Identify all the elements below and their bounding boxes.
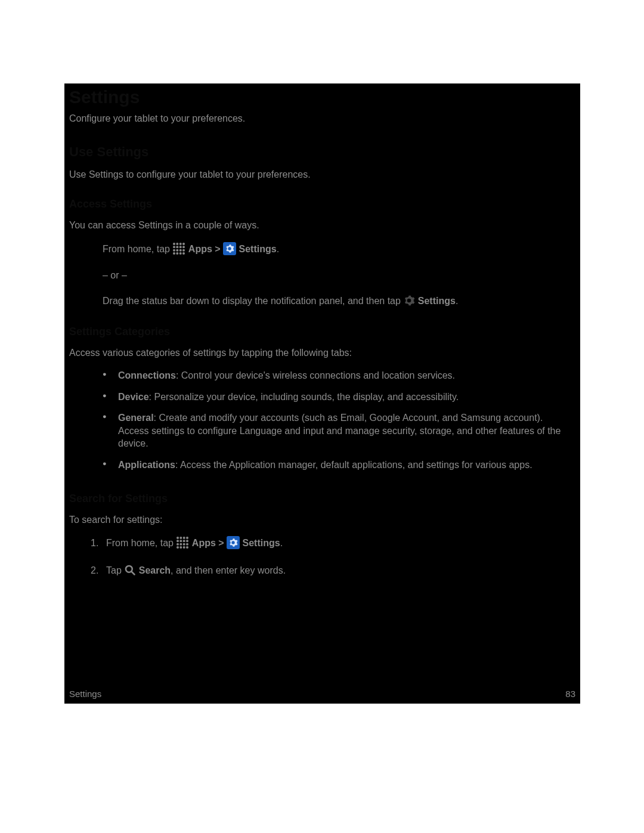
svg-point-21 bbox=[177, 540, 179, 542]
search-icon bbox=[124, 564, 136, 576]
svg-point-6 bbox=[179, 246, 182, 248]
svg-point-2 bbox=[179, 243, 182, 245]
section-categories-heading: Settings Categories bbox=[69, 326, 575, 338]
search-text: To search for settings: bbox=[69, 513, 575, 527]
section-use-settings-heading: Use Settings bbox=[69, 144, 575, 160]
apps-label: Apps bbox=[192, 538, 216, 548]
intro-text: Configure your tablet to your preference… bbox=[69, 113, 575, 124]
section-search-heading: Search for Settings bbox=[69, 493, 575, 505]
category-term: Device bbox=[118, 392, 149, 402]
svg-point-24 bbox=[186, 540, 188, 542]
page-content: Settings Configure your tablet to your p… bbox=[64, 83, 580, 577]
svg-point-18 bbox=[180, 537, 182, 539]
svg-point-7 bbox=[182, 246, 185, 248]
settings-label-3: Settings bbox=[243, 538, 280, 548]
category-item: General: Create and modify your accounts… bbox=[103, 411, 575, 450]
svg-point-10 bbox=[179, 249, 182, 252]
svg-point-29 bbox=[177, 546, 179, 549]
category-item: Applications: Access the Application man… bbox=[103, 459, 575, 472]
svg-point-8 bbox=[173, 249, 175, 252]
svg-point-19 bbox=[183, 537, 185, 539]
settings-gear-icon bbox=[227, 536, 240, 549]
category-term: Connections bbox=[118, 370, 176, 380]
svg-point-15 bbox=[182, 252, 185, 255]
svg-point-9 bbox=[177, 249, 179, 252]
step1-prefix: From home, tap bbox=[103, 244, 172, 254]
gear-icon bbox=[403, 295, 415, 306]
section-access-settings-heading: Access Settings bbox=[69, 198, 575, 210]
access-step-1: From home, tap Apps > bbox=[103, 242, 575, 256]
document-page: Settings Configure your tablet to your p… bbox=[64, 83, 580, 704]
svg-point-3 bbox=[182, 243, 185, 245]
svg-point-28 bbox=[186, 543, 188, 546]
access-settings-steps: From home, tap Apps > bbox=[103, 242, 575, 308]
settings-label-2: Settings bbox=[418, 296, 456, 306]
category-term: General bbox=[118, 413, 154, 423]
svg-point-13 bbox=[177, 252, 179, 255]
svg-point-23 bbox=[183, 540, 185, 542]
use-settings-text: Use Settings to configure your tablet to… bbox=[69, 168, 575, 181]
category-item: Connections: Control your device's wirel… bbox=[103, 369, 575, 382]
svg-point-17 bbox=[177, 537, 179, 539]
apps-label: Apps bbox=[188, 244, 212, 254]
search-label: Search bbox=[139, 565, 171, 575]
period-3: . bbox=[280, 538, 283, 548]
period-1: . bbox=[277, 244, 279, 254]
category-desc: : Personalize your device, including sou… bbox=[149, 392, 459, 402]
apps-grid-icon bbox=[176, 536, 189, 549]
svg-point-5 bbox=[177, 246, 179, 248]
period-2: . bbox=[456, 296, 458, 306]
footer-left: Settings bbox=[69, 689, 101, 699]
svg-point-1 bbox=[177, 243, 179, 245]
search-step-1: From home, tap Apps > bbox=[91, 536, 575, 550]
apps-grid-icon bbox=[172, 242, 185, 255]
svg-point-20 bbox=[186, 537, 188, 539]
svg-point-31 bbox=[183, 546, 185, 549]
search-step1-prefix: From home, tap bbox=[106, 538, 176, 548]
svg-point-12 bbox=[173, 252, 175, 255]
or-separator: – or – bbox=[103, 268, 575, 282]
gt-sep-1: > bbox=[215, 244, 223, 254]
svg-point-25 bbox=[177, 543, 179, 546]
category-item: Device: Personalize your device, includi… bbox=[103, 391, 575, 404]
category-desc: : Access the Application manager, defaul… bbox=[175, 460, 532, 470]
footer-page-number: 83 bbox=[565, 689, 575, 699]
category-desc: : Control your device's wireless connect… bbox=[176, 370, 455, 380]
category-term: Applications bbox=[118, 460, 175, 470]
svg-point-26 bbox=[180, 543, 182, 546]
settings-gear-icon bbox=[223, 242, 236, 255]
svg-point-14 bbox=[179, 252, 182, 255]
categories-text: Access various categories of settings by… bbox=[69, 346, 575, 360]
page-footer: Settings 83 bbox=[69, 689, 575, 699]
access-step-2: Drag the status bar down to display the … bbox=[103, 294, 575, 308]
svg-point-22 bbox=[180, 540, 182, 542]
search-steps: From home, tap Apps > bbox=[91, 536, 575, 577]
settings-label-1: Settings bbox=[239, 244, 277, 254]
svg-point-33 bbox=[232, 541, 234, 544]
svg-point-16 bbox=[228, 247, 231, 250]
search-step-2: Tap Search, and then enter key words. bbox=[91, 563, 575, 577]
svg-point-11 bbox=[182, 249, 185, 252]
gt-sep-2: > bbox=[218, 538, 227, 548]
access-settings-text: You can access Settings in a couple of w… bbox=[69, 219, 575, 232]
svg-line-35 bbox=[132, 571, 135, 574]
step2-prefix: Drag the status bar down to display the … bbox=[103, 296, 403, 306]
search-step2-suffix: , and then enter key words. bbox=[171, 565, 286, 575]
category-desc: : Create and modify your accounts (such … bbox=[118, 413, 561, 448]
svg-point-27 bbox=[183, 543, 185, 546]
svg-point-30 bbox=[180, 546, 182, 549]
page-title: Settings bbox=[69, 87, 575, 107]
svg-point-0 bbox=[173, 243, 175, 245]
categories-list: Connections: Control your device's wirel… bbox=[103, 369, 575, 472]
search-step2-prefix: Tap bbox=[106, 565, 124, 575]
svg-point-32 bbox=[186, 546, 188, 549]
svg-point-4 bbox=[173, 246, 175, 248]
